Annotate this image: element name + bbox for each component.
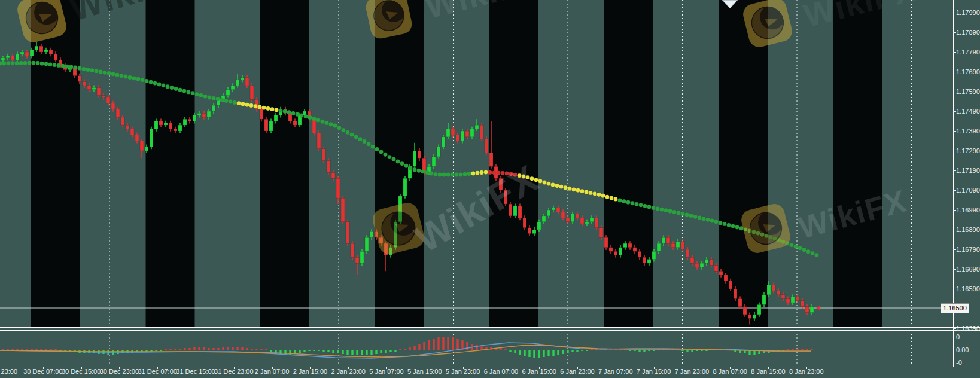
current-price-tag: 1.16500 bbox=[941, 303, 969, 313]
time-axis-tick bbox=[272, 367, 273, 369]
time-axis-tick bbox=[386, 367, 387, 369]
time-axis-tick bbox=[119, 367, 120, 369]
time-axis-label: 30 Dec 07:00 bbox=[23, 368, 62, 375]
time-axis-label: 5 Jan 07:00 bbox=[369, 368, 404, 375]
price-axis-label: 1.16590 bbox=[956, 286, 980, 292]
time-axis-label: 2 Jan 15:00 bbox=[293, 368, 328, 375]
price-axis-tick bbox=[953, 151, 956, 151]
time-axis-tick bbox=[157, 367, 158, 369]
current-price-value: 1.16500 bbox=[943, 304, 967, 312]
time-axis-tick bbox=[539, 367, 540, 369]
time-axis-tick bbox=[577, 367, 578, 369]
time-axis-tick bbox=[768, 367, 769, 369]
time-axis-label: 30 Dec 15:00 bbox=[62, 368, 101, 375]
indicator-panel bbox=[0, 337, 813, 358]
time-axis-label: 7 Jan 15:00 bbox=[637, 368, 671, 375]
price-axis-label: 1.16990 bbox=[956, 207, 980, 214]
price-axis-tick bbox=[953, 111, 956, 112]
time-axis-tick bbox=[81, 367, 82, 369]
time-axis-tick bbox=[463, 367, 464, 369]
price-axis-label: 1.16790 bbox=[956, 246, 980, 253]
time-axis-label: 2 Jan 23:00 bbox=[331, 368, 366, 375]
time-axis-label: 6 Jan 07:00 bbox=[484, 368, 519, 375]
price-axis-tick bbox=[953, 131, 956, 132]
price-axis-tick bbox=[953, 52, 956, 53]
price-axis-tick bbox=[953, 269, 956, 270]
time-axis-tick bbox=[43, 367, 44, 369]
time-axis-label: 5 Jan 23:00 bbox=[446, 368, 480, 375]
time-axis-tick bbox=[234, 367, 235, 369]
price-axis-label: 1.17790 bbox=[956, 49, 980, 56]
price-axis-tick bbox=[953, 190, 956, 191]
time-axis-tick bbox=[654, 367, 655, 369]
time-axis-tick bbox=[310, 367, 311, 369]
price-axis-tick bbox=[953, 92, 956, 92]
last-price-marker bbox=[816, 306, 820, 310]
trading-chart-window[interactable]: WikiFX WikiFX WikiFX WikiFX WikiFX 1.179… bbox=[0, 0, 980, 378]
price-axis-tick bbox=[953, 13, 956, 13]
time-axis-tick bbox=[806, 367, 807, 369]
time-axis-tick bbox=[348, 367, 349, 369]
candlestick-chart-surface[interactable] bbox=[0, 0, 953, 367]
time-axis-line bbox=[0, 367, 980, 367]
time-axis-tick bbox=[196, 367, 196, 369]
indicator-scale-label: 0 bbox=[956, 334, 960, 340]
price-axis-label: 1.16890 bbox=[956, 227, 980, 233]
price-axis-label: 1.17690 bbox=[956, 69, 980, 75]
time-axis-tick bbox=[692, 367, 692, 369]
price-axis-tick bbox=[953, 249, 956, 250]
price-axis-label: 1.17890 bbox=[956, 29, 980, 36]
time-axis-label: 6 Jan 15:00 bbox=[522, 368, 556, 375]
indicator-scale-label: -0 bbox=[956, 359, 962, 366]
time-axis-label: 31 Dec 23:00 bbox=[214, 368, 253, 375]
price-axis-label: 1.17090 bbox=[956, 187, 980, 194]
price-axis-label: 1.17490 bbox=[956, 108, 980, 115]
time-axis-tick bbox=[616, 367, 616, 369]
time-axis-label: ec 23:00 bbox=[0, 368, 17, 375]
time-axis-label: 8 Jan 15:00 bbox=[751, 368, 786, 375]
price-axis-tick bbox=[953, 32, 956, 33]
price-axis-tick bbox=[953, 210, 956, 211]
indicator-scale-label: 0.00 bbox=[956, 347, 969, 353]
session-bands bbox=[31, 0, 882, 327]
time-axis-label: 7 Jan 23:00 bbox=[675, 368, 710, 375]
price-axis-label: 1.16390 bbox=[956, 325, 980, 332]
panel-separator-line[interactable] bbox=[0, 327, 980, 328]
price-axis-label: 1.16690 bbox=[956, 266, 980, 273]
time-axis-tick bbox=[5, 367, 5, 369]
price-axis-label: 1.17590 bbox=[956, 89, 980, 95]
price-axis-label: 1.17290 bbox=[956, 148, 980, 154]
price-axis-tick bbox=[953, 230, 956, 230]
price-axis-tick bbox=[953, 170, 956, 171]
time-axis-label: 31 Dec 15:00 bbox=[176, 368, 215, 375]
time-axis-tick bbox=[501, 367, 501, 369]
time-axis-label: 31 Dec 07:00 bbox=[138, 368, 176, 375]
time-axis-tick bbox=[730, 367, 731, 369]
time-axis-label: 8 Jan 07:00 bbox=[713, 368, 747, 375]
price-axis-label: 1.17190 bbox=[956, 167, 980, 174]
time-axis-label: 2 Jan 07:00 bbox=[255, 368, 290, 375]
panel-separator-line bbox=[0, 330, 980, 331]
price-axis-label: 1.17390 bbox=[956, 128, 980, 135]
time-axis-label: 5 Jan 15:00 bbox=[407, 368, 442, 375]
time-axis-label: 8 Jan 23:00 bbox=[789, 368, 824, 375]
price-axis-tick bbox=[953, 289, 956, 289]
price-axis-tick bbox=[953, 328, 956, 329]
price-axis-tick bbox=[953, 72, 956, 72]
time-axis-label: 30 Dec 23:00 bbox=[100, 368, 139, 375]
time-axis-tick bbox=[425, 367, 425, 369]
time-axis-label: 7 Jan 07:00 bbox=[598, 368, 633, 375]
price-axis-label: 1.17990 bbox=[956, 10, 980, 16]
time-axis-label: 6 Jan 23:00 bbox=[560, 368, 595, 375]
mouse-cursor-icon bbox=[722, 0, 740, 10]
